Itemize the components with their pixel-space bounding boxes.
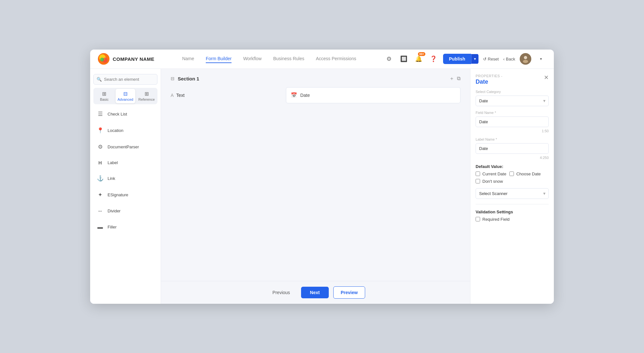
next-button[interactable]: Next [301,287,329,298]
label-icon: H [97,160,104,165]
settings-icon-btn[interactable]: ⚙ [384,54,394,64]
text-field-label: A Text [171,87,281,103]
back-chevron-icon: ‹ [503,57,505,61]
dont-show-checkbox[interactable] [476,179,480,183]
main-body: 🔍 ⊞ Basic ⊟ Advanced ⊞ Reference [90,69,554,304]
back-button[interactable]: ‹ Back [503,57,515,61]
select-scanner-dropdown[interactable]: Select Scanner [476,188,549,199]
svg-point-3 [100,58,104,61]
notification-count: 99+ [418,52,425,56]
tab-basic-label: Basic [100,98,109,101]
user-dropdown-icon[interactable]: ▾ [536,54,546,64]
tab-access-permissions[interactable]: Access Permissions [316,55,356,63]
sidebar-item-location[interactable]: 📍 Location [93,124,157,137]
tab-reference-label: Reference [138,98,155,101]
right-panel: PROPERTIES - Date ✕ Select Category Date… [470,69,554,304]
current-date-checkbox-row[interactable]: Current Date [476,172,506,176]
header-nav: Name Form Builder Workflow Business Rule… [155,55,384,63]
add-field-btn[interactable]: ＋ [449,75,454,82]
tab-form-builder[interactable]: Form Builder [206,55,232,63]
document-parser-icon: ⚙ [97,144,104,150]
avatar [520,53,531,65]
share-icon-btn[interactable]: 🔲 [399,54,409,64]
tab-reference[interactable]: ⊞ Reference [137,89,156,103]
panel-title-area: PROPERTIES - Date [476,74,502,85]
sidebar-item-filler[interactable]: ▬ Filler [93,221,157,234]
label-name-input[interactable] [476,143,549,154]
search-icon: 🔍 [97,77,102,82]
esignature-label: ESignature [108,192,128,197]
current-date-checkbox[interactable] [476,172,480,176]
header-actions: ⚙ 🔲 🔔 99+ ❓ Publish ▾ ↺ Reset ‹ Back [384,53,546,65]
panel-close-button[interactable]: ✕ [544,74,549,81]
location-icon: 📍 [97,127,104,134]
filler-icon: ▬ [97,224,104,230]
default-value-section: Default Value: Current Date Choose Date … [476,164,549,184]
previous-button[interactable]: Previous [266,287,296,298]
tab-business-rules[interactable]: Business Rules [273,55,304,63]
panel-title: Date [476,79,502,85]
label-name-label: Label Name * [476,137,549,141]
choose-date-checkbox-row[interactable]: Choose Date [509,172,541,176]
check-list-label: Check List [108,112,127,116]
reset-button[interactable]: ↺ Reset [483,57,499,61]
search-input[interactable] [93,74,157,85]
sidebar-item-check-list[interactable]: ☰ Check List [93,107,157,121]
filler-label: Filler [108,225,117,229]
field-name-input[interactable] [476,116,549,127]
form-row: A Text 📅 Date [171,87,460,103]
select-category-group: Select Category Date [476,90,549,106]
dont-show-label: Don't snow [482,179,503,184]
validation-section: Validation Settings Required Field [476,209,549,222]
section-title: Section 1 [178,76,199,81]
text-label-icon: A [171,93,174,98]
dont-show-checkbox-row[interactable]: Don't snow [476,179,549,184]
tab-basic[interactable]: ⊞ Basic [94,89,114,103]
panel-subtitle: PROPERTIES - [476,74,502,78]
tab-workflow[interactable]: Workflow [243,55,261,63]
link-icon: ⚓ [97,175,104,182]
avatar-icon [521,54,530,63]
esignature-icon: ✦ [97,191,104,198]
date-field[interactable]: 📅 Date [286,87,460,103]
publish-button[interactable]: Publish [443,54,471,64]
footer: Previous Next Preview [161,281,470,304]
document-parser-label: DocumentParser [108,144,139,149]
sidebar: 🔍 ⊞ Basic ⊟ Advanced ⊞ Reference [90,69,161,304]
notification-badge: 🔔 99+ [413,54,424,64]
label-name-char-count: 4:250 [476,156,549,160]
default-value-label: Default Value: [476,164,549,169]
tab-name[interactable]: Name [182,55,194,63]
check-list-icon: ☰ [97,111,104,117]
sidebar-item-label[interactable]: H Label [93,157,157,169]
copy-section-btn[interactable]: ⧉ [457,75,460,82]
sidebar-item-document-parser[interactable]: ⚙ DocumentParser [93,140,157,153]
publish-arrow-button[interactable]: ▾ [471,54,478,64]
sidebar-item-divider[interactable]: ↔ Divider [93,205,157,218]
panel-header: PROPERTIES - Date ✕ [476,74,549,85]
select-scanner-group: Select Scanner [476,188,549,199]
choose-date-checkbox[interactable] [509,172,514,176]
field-name-group: Field Name * 1:50 [476,111,549,133]
help-icon-btn[interactable]: ❓ [428,54,439,64]
select-category-dropdown[interactable]: Date [476,96,549,106]
section-collapse-btn[interactable]: ⊟ [171,76,175,81]
required-field-label: Required Field [482,217,510,222]
app-window: COMPANY NAME Name Form Builder Workflow … [90,50,554,304]
sidebar-item-esignature[interactable]: ✦ ESignature [93,188,157,201]
logo-area: COMPANY NAME [98,53,155,65]
date-field-icon: 📅 [291,92,297,98]
element-tab-group: ⊞ Basic ⊟ Advanced ⊞ Reference [93,88,157,104]
validation-title: Validation Settings [476,209,549,214]
sidebar-item-link[interactable]: ⚓ Link [93,172,157,185]
preview-button[interactable]: Preview [333,286,365,299]
select-category-label: Select Category [476,90,549,94]
label-name-group: Label Name * 4:250 [476,137,549,160]
select-scanner-wrap: Select Scanner [476,188,549,199]
required-field-checkbox[interactable] [476,217,480,221]
divider-label: Divider [108,209,120,213]
label-label: Label [108,160,118,165]
reference-icon: ⊞ [145,91,149,97]
required-field-row[interactable]: Required Field [476,217,549,222]
tab-advanced[interactable]: ⊟ Advanced [116,89,136,103]
